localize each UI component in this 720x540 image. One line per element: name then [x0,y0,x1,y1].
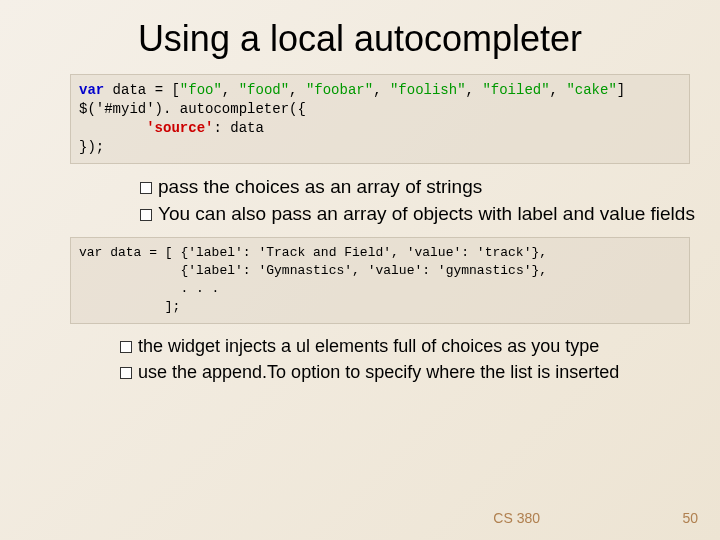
code-text: : 'gymnastics'}, [422,263,547,278]
bullet-text: You can also pass an array of objects wi… [158,203,695,224]
code-text: . . . [79,281,219,296]
code-text [79,120,146,136]
footer-course: CS 380 [493,510,540,526]
code-text: : 'track'}, [461,245,547,260]
code-text: data = [ [104,82,180,98]
object-key: 'source' [146,120,213,136]
string-literal: "foobar" [306,82,373,98]
bullet-text: pass the choices as an array of strings [158,176,482,197]
code-text: , [373,82,390,98]
code-text: , [550,82,567,98]
code-block-1: var data = ["foo", "food", "foobar", "fo… [70,74,690,164]
code-text: : data [213,120,263,136]
bullet-text: use the append.To option to specify wher… [138,362,619,382]
string-literal: "food" [239,82,289,98]
string-literal: "foolish" [390,82,466,98]
bullet-item: pass the choices as an array of strings [140,174,720,200]
code-text: , [222,82,239,98]
object-key: 'value' [407,245,462,260]
bullet-list-2: the widget injects a ul elements full of… [120,334,720,385]
checkbox-icon [120,341,132,353]
code-text: $('#myid'). autocompleter({ [79,101,306,117]
code-text: , [466,82,483,98]
checkbox-icon [140,182,152,194]
bullet-list-1: pass the choices as an array of strings … [140,174,720,227]
code-text: var data = [ { [79,245,188,260]
code-text: , [289,82,306,98]
code-text: ]; [79,299,180,314]
bullet-item: the widget injects a ul elements full of… [120,334,720,358]
checkbox-icon [120,367,132,379]
checkbox-icon [140,209,152,221]
code-block-2: var data = [ {'label': 'Track and Field'… [70,237,690,324]
string-literal: "cake" [566,82,616,98]
object-key: 'value' [368,263,423,278]
keyword-var: var [79,82,104,98]
object-key: 'label' [188,263,243,278]
bullet-item: use the append.To option to specify wher… [120,360,720,384]
code-text: ] [617,82,625,98]
code-text: : 'Track and Field', [243,245,407,260]
code-text: { [79,263,188,278]
bullet-item: You can also pass an array of objects wi… [140,201,720,227]
bullet-text: the widget injects a ul elements full of… [138,336,599,356]
string-literal: "foiled" [482,82,549,98]
page-number: 50 [682,510,698,526]
slide-title: Using a local autocompleter [0,0,720,70]
object-key: 'label' [188,245,243,260]
code-text: : 'Gymnastics', [243,263,368,278]
string-literal: "foo" [180,82,222,98]
code-text: }); [79,139,104,155]
